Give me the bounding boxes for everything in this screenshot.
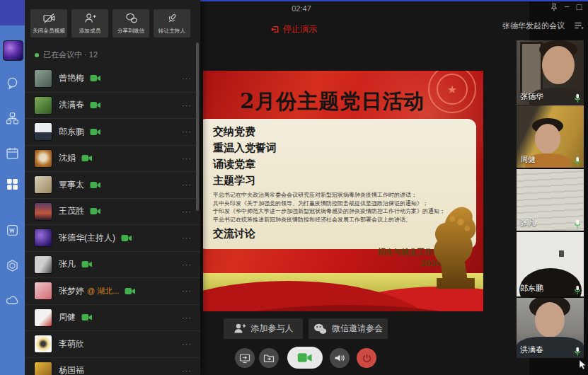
- participant-list: 曾艳梅 ··· 洪满春 ··· 郎东鹏 ··· 沈娟 ···: [25, 65, 200, 375]
- detail-line: 平总书记在中央政治局常委会会议研究应对新型冠状病毒肺炎疫情工作时的讲话；: [213, 191, 476, 200]
- more-button[interactable]: ···: [182, 74, 192, 83]
- add-member-button[interactable]: 添加成员: [71, 9, 108, 38]
- more-button[interactable]: ···: [182, 154, 192, 163]
- video-tile[interactable]: 张德华: [517, 40, 584, 105]
- avatar: [34, 122, 52, 141]
- video-tile[interactable]: 郎东鹏: [517, 232, 584, 296]
- add-participant-button[interactable]: 添加参与人: [224, 318, 303, 339]
- participant-row[interactable]: 张德华(主持人) ···: [25, 224, 200, 251]
- participant-row[interactable]: 覃事太 ···: [25, 171, 200, 198]
- video-tile[interactable]: 洪满春: [517, 298, 584, 358]
- participant-row[interactable]: 杨国福 ···: [25, 357, 200, 375]
- camera-toggle-button[interactable]: [287, 347, 323, 369]
- video-participant-name: 张德华: [520, 91, 543, 102]
- toggle-all-video-button[interactable]: 关闭全员视频: [30, 9, 67, 38]
- camera-on-icon: [81, 313, 93, 321]
- maximize-button[interactable]: □: [575, 2, 582, 12]
- more-button[interactable]: ···: [182, 233, 192, 242]
- toolbar-label: 关闭全员视频: [33, 27, 65, 35]
- more-button[interactable]: ···: [182, 287, 192, 295]
- folder-share-icon: [263, 353, 275, 363]
- avatar: [34, 96, 52, 115]
- video-tile[interactable]: 张凡: [517, 169, 584, 231]
- agenda-item: 交纳党费: [213, 124, 476, 140]
- scrollbar[interactable]: [196, 42, 199, 211]
- cloud-disk-icon[interactable]: [6, 294, 19, 307]
- slide-title: 2月份主题党日活动: [240, 88, 425, 116]
- participant-row[interactable]: 张梦婷 @ 湖北... ···: [25, 277, 200, 304]
- video-tile[interactable]: 周健: [517, 105, 584, 168]
- video-participant-name: 周健: [520, 154, 536, 165]
- participant-row[interactable]: 李萌欣 ···: [25, 330, 200, 357]
- speaker-button[interactable]: [330, 348, 350, 368]
- stop-presentation-button[interactable]: 停止演示: [251, 23, 336, 35]
- share-file-button[interactable]: [259, 348, 279, 368]
- participant-row[interactable]: 曾艳梅 ···: [25, 65, 200, 92]
- mic-icon: [574, 156, 581, 166]
- participant-name: 张梦婷: [59, 285, 84, 297]
- more-button[interactable]: ···: [182, 313, 192, 322]
- camera-on-icon: [121, 234, 132, 242]
- avatar: [34, 149, 52, 168]
- transfer-host-button[interactable]: 转让主持人: [154, 9, 190, 38]
- more-button[interactable]: ···: [182, 101, 192, 110]
- more-button[interactable]: ···: [182, 207, 192, 216]
- collapse-list-icon[interactable]: [574, 21, 584, 30]
- more-button[interactable]: ···: [182, 340, 192, 348]
- toolbar-label: 添加成员: [79, 27, 101, 35]
- mic-icon: [574, 347, 581, 356]
- avatar: [34, 255, 52, 274]
- participant-row[interactable]: 沈娟 ···: [25, 145, 200, 172]
- mouse-cursor: [579, 359, 587, 371]
- power-icon: [362, 353, 372, 364]
- video-participant-name: 张凡: [520, 217, 536, 228]
- speaker-icon: [334, 353, 345, 363]
- mic-icon: [574, 219, 581, 229]
- participant-name: 沈娟: [59, 152, 76, 164]
- share-to-wechat-button[interactable]: 分享到微信: [113, 9, 149, 38]
- avatar: [34, 362, 52, 375]
- video-background: [559, 250, 564, 257]
- camera-on-icon: [81, 260, 93, 268]
- pin-icon[interactable]: [550, 3, 558, 12]
- window-controls: − □ ×: [550, 2, 588, 12]
- agenda-item: 重温入党誓词: [213, 140, 476, 156]
- participant-row[interactable]: 郎东鹏 ···: [25, 118, 200, 145]
- participant-name: 王茂胜: [59, 205, 84, 217]
- wechat-invite-label: 微信邀请参会: [332, 323, 383, 335]
- participant-name: 周健: [59, 311, 76, 323]
- agenda-item: 诵读党章: [213, 156, 476, 173]
- camera-on-icon: [81, 154, 93, 162]
- screen-share-button[interactable]: [235, 348, 255, 368]
- more-button[interactable]: ···: [182, 367, 192, 375]
- participant-name: 覃事太: [59, 179, 84, 191]
- contacts-icon[interactable]: [6, 112, 19, 125]
- calendar-icon[interactable]: [6, 146, 19, 160]
- participant-row[interactable]: 周健 ···: [25, 304, 200, 331]
- toolbar-label: 转让主持人: [158, 27, 185, 35]
- meeting-window: 02:47 停止演示 − □ × 张德华发起的会议: [0, 0, 588, 375]
- avatar: [34, 335, 52, 353]
- docs-icon[interactable]: [6, 224, 19, 237]
- user-avatar[interactable]: [3, 40, 23, 61]
- workspace-grid-icon[interactable]: [6, 178, 19, 191]
- end-meeting-button[interactable]: [357, 348, 376, 368]
- more-button[interactable]: ···: [182, 260, 192, 269]
- participant-row[interactable]: 洪满春 ···: [25, 92, 200, 119]
- screen-share-icon: [239, 353, 250, 364]
- apps-hexagon-icon[interactable]: [6, 259, 19, 272]
- video-person-face: [535, 302, 565, 338]
- minimize-button[interactable]: −: [564, 2, 570, 12]
- avatar: [34, 308, 52, 327]
- wechat-invite-button[interactable]: 微信邀请参会: [309, 318, 388, 339]
- more-button[interactable]: ···: [182, 180, 192, 189]
- avatar: [34, 229, 52, 247]
- toolbar-label: 分享到微信: [117, 27, 144, 35]
- avatar: [34, 69, 52, 88]
- chat-icon[interactable]: [6, 76, 19, 90]
- participant-row[interactable]: 张凡 ···: [25, 251, 200, 278]
- participant-row[interactable]: 王茂胜 ···: [25, 198, 200, 225]
- more-button[interactable]: ···: [182, 127, 192, 136]
- person-add-icon: [234, 323, 246, 335]
- panel-toolbar: 关闭全员视频 添加成员 分享到微信: [30, 9, 190, 38]
